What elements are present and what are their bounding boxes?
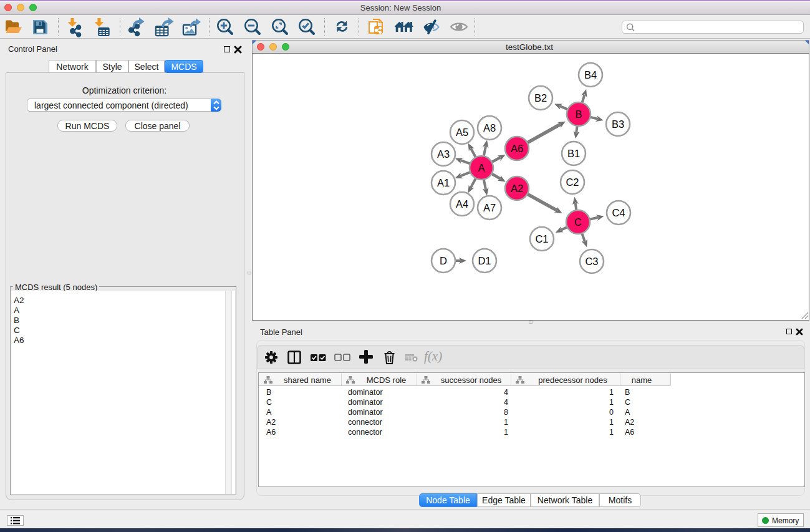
- svg-text:A4: A4: [456, 198, 468, 210]
- svg-text:A7: A7: [483, 202, 496, 213]
- svg-text:C2: C2: [566, 177, 579, 188]
- svg-text:A2: A2: [511, 183, 523, 194]
- svg-text:A3: A3: [437, 148, 450, 160]
- svg-text:C4: C4: [612, 207, 625, 218]
- svg-text:B4: B4: [584, 69, 597, 80]
- svg-text:A6: A6: [511, 143, 523, 154]
- svg-text:A8: A8: [483, 122, 496, 133]
- svg-text:B2: B2: [534, 92, 547, 104]
- svg-text:C: C: [574, 216, 582, 228]
- svg-text:A: A: [478, 162, 485, 173]
- svg-text:C1: C1: [535, 233, 548, 244]
- svg-text:A5: A5: [456, 127, 468, 138]
- svg-text:B: B: [575, 109, 582, 120]
- svg-text:C3: C3: [585, 256, 598, 267]
- svg-text:D: D: [440, 255, 447, 266]
- svg-text:B3: B3: [612, 118, 624, 130]
- svg-text:A1: A1: [437, 177, 450, 188]
- svg-text:B1: B1: [567, 148, 580, 159]
- svg-text:D1: D1: [478, 255, 491, 266]
